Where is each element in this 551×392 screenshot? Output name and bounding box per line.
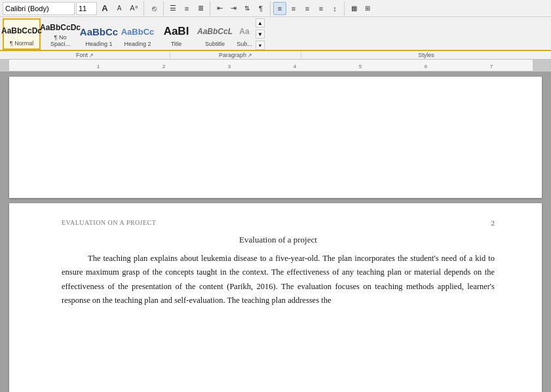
style-normal-preview: AaBbCcDc xyxy=(6,21,37,41)
doc-paragraph-1: The teaching plan explains about leukemi… xyxy=(62,252,495,307)
paragraph-expand-icon[interactable]: ↗ xyxy=(248,52,252,58)
sep3 xyxy=(210,1,210,16)
ruler-mark-1: 1 xyxy=(97,64,100,69)
align-left-button[interactable]: ≡ xyxy=(273,2,286,15)
style-subtle-preview: Aa xyxy=(237,22,252,41)
document-area: EVALUATION ON A PROJECT 2 Evaluation of … xyxy=(0,71,551,392)
sep5 xyxy=(344,1,345,16)
style-subtitle[interactable]: AaBbCcL Subtitle xyxy=(196,18,234,50)
doc-body[interactable]: The teaching plan explains about leukemi… xyxy=(62,252,495,307)
ruler-mark-5: 5 xyxy=(359,64,362,69)
section-labels-bar: Font ↗ Paragraph ↗ Styles xyxy=(0,51,551,60)
style-heading2[interactable]: AaBbCc Heading 2 xyxy=(119,18,157,50)
font-label: Font xyxy=(76,52,88,58)
styles-label: Styles xyxy=(418,52,434,58)
style-no-spacing-label: ¶ No Spaci... xyxy=(44,35,77,48)
style-normal[interactable]: AaBbCcDc ¶ Normal xyxy=(3,18,41,50)
ruler-mark-6: 6 xyxy=(425,64,427,69)
toolbar-font-row: A A Aᵃ ⎋ ☰ ≡ ≣ ⇤ ⇥ ⇅ ¶ ≡ ≡ ≡ ≡ ↕ ▦ ⊞ xyxy=(0,0,551,17)
align-center-button[interactable]: ≡ xyxy=(287,2,300,15)
ruler: 1 2 3 4 5 6 7 xyxy=(0,60,551,71)
styles-scroll-down[interactable]: ▼ xyxy=(256,29,265,39)
show-para-button[interactable]: ¶ xyxy=(254,2,267,15)
shrink-font-button[interactable]: A xyxy=(113,2,126,15)
ruler-mark-2: 2 xyxy=(162,64,165,69)
style-subtle-emphasis[interactable]: Aa Sub... xyxy=(235,18,254,50)
style-heading2-label: Heading 2 xyxy=(124,41,151,48)
style-heading1-label: Heading 1 xyxy=(85,41,112,48)
font-expand-icon[interactable]: ↗ xyxy=(89,52,94,58)
style-title-preview: AaBI xyxy=(160,22,193,41)
line-spacing-button[interactable]: ↕ xyxy=(328,2,341,15)
font-name-input[interactable] xyxy=(3,2,75,15)
styles-scroll-controls: ▲ ▼ ▾ xyxy=(256,18,265,50)
styles-gallery: AaBbCcDc ¶ Normal AaBbCcDc ¶ No Spaci...… xyxy=(3,18,254,50)
style-subtle-label: Sub... xyxy=(237,41,252,48)
page-header-num: 2 xyxy=(491,219,495,227)
borders-button[interactable]: ⊞ xyxy=(361,2,374,15)
styles-scroll-up[interactable]: ▲ xyxy=(256,18,265,28)
page-header: EVALUATION ON A PROJECT 2 xyxy=(62,216,495,227)
ruler-mark-3: 3 xyxy=(228,64,231,69)
doc-title: Evaluation of a project xyxy=(62,235,495,245)
change-case-button[interactable]: Aᵃ xyxy=(127,2,140,15)
style-heading1[interactable]: AaBbCc Heading 1 xyxy=(80,18,118,50)
justify-button[interactable]: ≡ xyxy=(314,2,328,15)
page-1[interactable] xyxy=(9,77,542,198)
multilevel-button[interactable]: ≣ xyxy=(194,2,207,15)
sep4 xyxy=(270,1,271,16)
paragraph-section-bar: Paragraph ↗ xyxy=(170,52,301,58)
styles-more[interactable]: ▾ xyxy=(256,41,265,50)
align-right-button[interactable]: ≡ xyxy=(301,2,314,15)
style-heading1-preview: AaBbCc xyxy=(83,22,115,41)
decrease-indent-button[interactable]: ⇤ xyxy=(213,2,226,15)
clear-format-button[interactable]: ⎋ xyxy=(147,2,161,15)
increase-indent-button[interactable]: ⇥ xyxy=(227,2,240,15)
paragraph-label: Paragraph xyxy=(219,52,246,58)
numbering-button[interactable]: ≡ xyxy=(180,2,193,15)
style-subtitle-label: Subtitle xyxy=(205,41,225,48)
style-title[interactable]: AaBI Title xyxy=(157,18,195,50)
style-no-spacing[interactable]: AaBbCcDc ¶ No Spaci... xyxy=(41,18,79,50)
ribbon-styles-row: AaBbCcDc ¶ Normal AaBbCcDc ¶ No Spaci...… xyxy=(0,17,551,51)
style-normal-label: ¶ Normal xyxy=(10,41,33,47)
ruler-mark-4: 4 xyxy=(294,64,296,69)
ruler-inner: 1 2 3 4 5 6 7 xyxy=(0,60,551,71)
ruler-mark-7: 7 xyxy=(490,64,493,69)
font-section-bar: Font ↗ xyxy=(0,52,170,58)
style-title-label: Title xyxy=(171,41,182,48)
style-subtitle-preview: AaBbCcL xyxy=(199,22,231,41)
styles-section-bar: Styles xyxy=(301,52,551,58)
font-controls: A A Aᵃ ⎋ xyxy=(3,1,161,16)
sort-button[interactable]: ⇅ xyxy=(240,2,254,15)
sep2 xyxy=(163,1,164,16)
bullets-button[interactable]: ☰ xyxy=(166,2,180,15)
style-no-spacing-preview: AaBbCcDc xyxy=(44,20,77,35)
grow-font-button[interactable]: A xyxy=(98,2,111,15)
shading-button[interactable]: ▦ xyxy=(347,2,360,15)
style-heading2-preview: AaBbCc xyxy=(121,22,154,41)
font-size-input[interactable] xyxy=(76,2,97,15)
page-2[interactable]: EVALUATION ON A PROJECT 2 Evaluation of … xyxy=(9,203,542,392)
page-header-title: EVALUATION ON A PROJECT xyxy=(62,219,156,226)
sep1 xyxy=(143,1,144,16)
